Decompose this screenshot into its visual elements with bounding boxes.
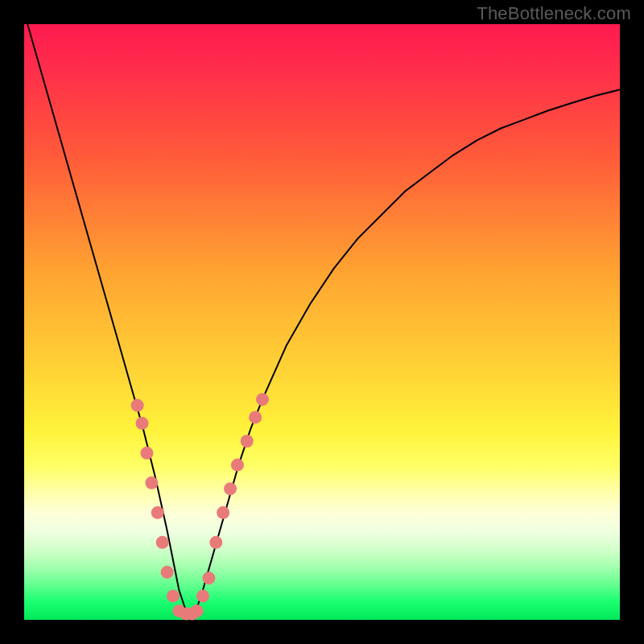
bottleneck-curve	[24, 12, 620, 613]
data-marker	[161, 566, 174, 579]
data-marker	[191, 605, 204, 617]
data-marker	[140, 447, 153, 460]
chart-frame: TheBottleneck.com	[0, 0, 644, 644]
data-marker	[167, 589, 180, 602]
watermark-text: TheBottleneck.com	[477, 3, 631, 24]
data-marker	[151, 506, 164, 519]
bottleneck-curve-path	[24, 12, 620, 613]
data-marker	[217, 506, 229, 519]
chart-plot-area	[24, 24, 620, 620]
data-marker	[202, 572, 215, 584]
data-markers	[131, 393, 269, 620]
data-marker	[231, 459, 244, 472]
data-marker	[249, 411, 262, 423]
data-marker	[256, 393, 269, 406]
data-marker	[241, 435, 254, 448]
data-marker	[145, 477, 158, 489]
data-marker	[156, 536, 169, 549]
data-marker	[224, 482, 237, 495]
chart-svg	[24, 24, 620, 620]
data-marker	[131, 399, 144, 412]
data-marker	[209, 536, 222, 549]
data-marker	[136, 417, 149, 430]
data-marker	[196, 589, 209, 602]
